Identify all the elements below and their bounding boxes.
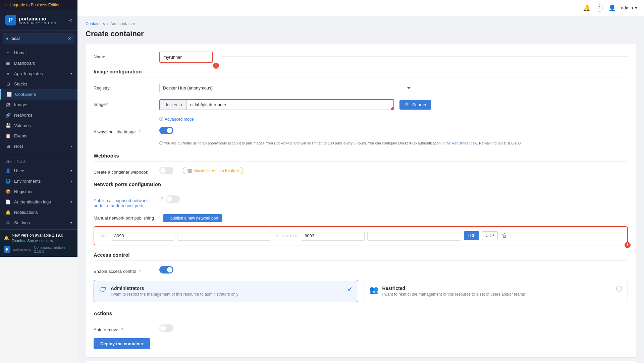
environments-label: Environments [14,179,41,184]
sidebar-item-containers[interactable]: ⬜ Containers [0,89,77,100]
sidebar-item-host[interactable]: 🖥 Host ▾ [0,141,77,152]
image-group: Image docker.io 2 🔍 Search [94,99,628,110]
sidebar-item-environments[interactable]: 🌐 Environments ▾ [0,176,77,186]
user-profile-icon[interactable]: 👤 [608,4,616,12]
user-info[interactable]: admin ▾ [621,5,637,10]
business-edition-badge[interactable]: 🏢 Business Edition Feature [183,167,243,174]
publish-label: Publish all exposed network ports to ran… [94,195,154,208]
users-chevron-icon: ▾ [70,169,72,173]
image-name-input[interactable] [187,100,393,110]
sidebar-item-notifications[interactable]: 🔔 Notifications [0,207,77,218]
sidebar-item-dashboard[interactable]: ▣ Dashboard [0,58,77,68]
sidebar-item-app-templates[interactable]: ≡ App Templates ▾ [0,68,77,79]
whats-new-link[interactable]: See what's new [28,239,53,243]
sidebar-item-settings[interactable]: ⚙ Settings ▾ [0,218,77,228]
webhook-toggle[interactable] [159,167,173,174]
sidebar-item-volumes[interactable]: 💾 Volumes [0,120,77,131]
breadcrumb-sep: › [107,21,108,26]
sidebar-item-stacks[interactable]: ⊟ Stacks [0,79,77,89]
sidebar-item-auth-logs[interactable]: 📄 Authentication logs ▾ [0,197,77,207]
host-label: Host [14,144,23,149]
auth-logs-icon: 📄 [5,199,11,204]
env-icon: ● [6,36,9,41]
breadcrumb-current: Add container [110,21,135,26]
search-button[interactable]: 🔍 Search [399,100,431,110]
tcp-button[interactable]: TCP [464,231,479,240]
webhook-group: Create a container webhook 🏢 Business Ed… [94,167,628,175]
manual-port-tooltip-icon[interactable]: ? [158,216,160,221]
port-host-input[interactable] [111,231,174,241]
access-control-toggle[interactable] [159,266,173,274]
new-port-button[interactable]: + publish a new network port [163,214,222,222]
auth-logs-label: Authentication logs [14,199,51,204]
auto-remove-toggle[interactable] [159,324,173,332]
dismiss-link[interactable]: Dismiss [12,239,25,243]
notifications-label: Notifications [14,210,38,215]
sidebar-item-networks[interactable]: 🔗 Networks [0,110,77,120]
restricted-option[interactable]: 👥 Restricted I want to restrict the mana… [364,280,628,302]
events-icon: 📋 [5,133,11,138]
collapse-button[interactable]: « [69,17,72,23]
upgrade-bar[interactable]: ⚠ Upgrade to Business Edition [0,0,77,10]
sidebar-item-images[interactable]: 🖼 Images [0,100,77,110]
deploy-button[interactable]: Deploy the container [94,338,150,349]
networks-icon: 🔗 [5,113,11,118]
always-pull-tooltip-icon[interactable]: ? [138,130,141,134]
host-label: host [100,234,107,238]
env-close-button[interactable]: ✕ [68,36,71,41]
volumes-icon: 💾 [5,123,11,128]
name-input[interactable] [159,52,213,63]
udp-button[interactable]: UDP [482,231,498,240]
username-label: admin [621,5,633,10]
sidebar: P portainer.io COMMUNITY EDITION « ● loc… [0,10,77,257]
notification-bell-icon[interactable]: 🔔 [583,4,590,12]
help-icon[interactable]: ? [596,4,603,12]
warn-icon: ⚠ [4,3,8,7]
images-icon: 🖼 [5,102,11,107]
delete-port-button[interactable]: 🗑 [500,231,508,240]
port-container-input[interactable] [301,231,365,241]
stacks-label: Stacks [14,81,27,86]
registries-icon: 📦 [5,189,11,194]
port-host-number-input[interactable] [177,231,271,241]
env-name-label: local [11,36,20,41]
registry-select[interactable]: Docker Hub (anonymous) [159,83,414,93]
chevron-down-icon: ▾ [70,72,72,75]
administrators-option[interactable]: 🛡 Administrators I want to restrict the … [94,280,358,302]
actions-title: Actions [94,310,628,319]
registries-view-link[interactable]: Registries View [452,141,477,145]
anonymous-info-text: ⓘ You are currently using an anonymous a… [159,140,628,146]
app-templates-icon: ≡ [5,71,11,76]
settings-label-item: Settings [14,220,30,225]
publish-group: Publish all exposed network ports to ran… [94,195,628,208]
page-area: Containers › Add container Create contai… [77,16,644,363]
always-pull-toggle[interactable] [159,127,173,134]
restricted-option-desc: I want to restrict the management of thi… [382,292,525,297]
advanced-settings-bar[interactable]: ⚙ Advanced container settings [86,361,636,363]
sidebar-item-users[interactable]: 👤 Users ▾ [0,166,77,176]
port-mapping-row: host → container TCP UDP 🗑 [94,226,628,245]
sidebar-item-home[interactable]: ⌂ Home [0,48,77,58]
search-icon: 🔍 [405,102,410,107]
upgrade-label: Upgrade to Business Edition [10,3,60,7]
access-tooltip-icon[interactable]: ? [139,269,141,274]
sidebar-item-events[interactable]: 📋 Events [0,131,77,141]
port-container-number-input[interactable] [367,231,461,241]
sidebar-item-registries[interactable]: 📦 Registries [0,186,77,197]
publish-tooltip-icon[interactable]: ? [161,197,163,201]
auto-remove-tooltip-icon[interactable]: ? [121,327,123,332]
environment-selector[interactable]: ● local ✕ [3,33,75,44]
breadcrumb-containers[interactable]: Containers [86,21,105,26]
registries-label: Registries [14,189,34,194]
dashboard-label: Dashboard [14,61,36,66]
nav-section: ⌂ Home ▣ Dashboard ≡ App Templates ▾ ⊟ S… [0,46,77,153]
access-control-title: Access control [94,252,628,261]
advanced-mode-link[interactable]: ⓘ Advanced mode [159,116,628,122]
registry-label: Registry [94,83,154,90]
publish-toggle[interactable] [166,195,180,203]
webhook-label: Create a container webhook [94,167,154,175]
app-templates-label: App Templates [14,71,43,76]
name-group: Name 1 [94,52,628,63]
container-label: container [282,234,297,238]
create-container-form: Name 1 Image configuration Registry Dock… [86,44,636,357]
